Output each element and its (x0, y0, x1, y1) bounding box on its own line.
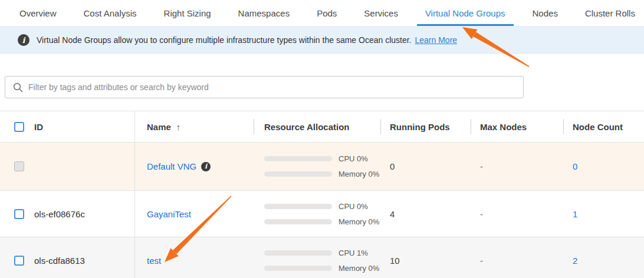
node-count-link[interactable]: 2 (573, 256, 577, 266)
col-header-resource-allocation[interactable]: Resource Allocation (254, 111, 380, 142)
cell-max-nodes: - (471, 237, 563, 278)
col-header-name[interactable]: Name ↑ (134, 111, 254, 142)
info-icon: i (18, 34, 29, 46)
vng-name-link[interactable]: Default VNG (147, 161, 196, 171)
table-row-test: ols-cdfa8613 test CPU 1% Memory 0% 10 - (0, 237, 644, 278)
learn-more-link[interactable]: Learn More (415, 35, 458, 45)
col-header-max-nodes[interactable]: Max Nodes (471, 111, 563, 142)
cluster-tab-bar: Overview Cost Analysis Right Sizing Name… (0, 0, 644, 26)
cpu-progress-bar (264, 156, 332, 161)
select-all-checkbox[interactable] (14, 122, 24, 132)
search-icon (13, 82, 23, 92)
tab-nodes[interactable]: Nodes (533, 0, 558, 26)
search-box[interactable] (5, 76, 524, 98)
memory-label: Memory 0% (339, 264, 379, 273)
info-banner: i Virtual Node Groups allow you to confi… (0, 26, 644, 54)
sort-ascending-icon[interactable]: ↑ (176, 122, 181, 132)
cpu-label: CPU 0% (339, 202, 368, 211)
memory-label: Memory 0% (339, 217, 379, 226)
cell-running-pods: 4 (380, 191, 471, 237)
filter-search-input[interactable] (28, 82, 523, 92)
cell-id: ols-cdfa8613 (34, 237, 134, 278)
vng-table: ID Name ↑ Resource Allocation Running Po… (0, 111, 644, 278)
cell-max-nodes: - (471, 191, 563, 237)
tab-virtual-node-groups[interactable]: Virtual Node Groups (425, 0, 505, 26)
col-header-name-label: Name (147, 122, 171, 132)
cpu-label: CPU 0% (339, 154, 368, 163)
banner-text: Virtual Node Groups allow you to configu… (37, 35, 412, 45)
cpu-progress-bar (264, 204, 332, 209)
row-checkbox-disabled (14, 161, 24, 171)
tab-overview[interactable]: Overview (19, 0, 57, 26)
tab-pods[interactable]: Pods (317, 0, 337, 26)
vng-name-link[interactable]: GayaniTest (147, 209, 191, 219)
tab-right-sizing[interactable]: Right Sizing (164, 0, 211, 26)
cpu-progress-bar (264, 250, 332, 256)
virtual-node-groups-page: Overview Cost Analysis Right Sizing Name… (0, 0, 644, 278)
tab-cost-analysis[interactable]: Cost Analysis (84, 0, 137, 26)
tab-cluster-rolls[interactable]: Cluster Rolls (585, 0, 635, 26)
cpu-label: CPU 1% (339, 249, 368, 257)
node-count-link[interactable]: 0 (573, 161, 577, 171)
memory-progress-bar (264, 171, 332, 177)
col-header-node-count[interactable]: Node Count (563, 111, 644, 142)
node-count-link[interactable]: 1 (573, 209, 577, 219)
cell-max-nodes: - (471, 143, 563, 190)
table-header-row: ID Name ↑ Resource Allocation Running Po… (0, 111, 644, 143)
vng-name-link[interactable]: test (147, 256, 161, 266)
col-header-id[interactable]: ID (34, 111, 134, 142)
table-row-default-vng: Default VNG i CPU 0% Memory 0% 0 - 0 (0, 143, 644, 191)
memory-progress-bar (264, 266, 332, 271)
cell-running-pods: 0 (380, 143, 471, 190)
table-row-gayanitest: ols-ef08676c GayaniTest CPU 0% Memory 0%… (0, 191, 644, 237)
cell-id (34, 143, 134, 190)
search-section (0, 54, 644, 98)
resource-allocation-cell: CPU 1% Memory 0% (264, 249, 380, 273)
tab-services[interactable]: Services (364, 0, 398, 26)
tab-namespaces[interactable]: Namespaces (238, 0, 290, 26)
cell-running-pods: 10 (380, 237, 471, 278)
memory-label: Memory 0% (339, 170, 379, 178)
row-checkbox[interactable] (14, 256, 24, 266)
cell-id: ols-ef08676c (34, 191, 134, 237)
row-checkbox[interactable] (14, 209, 24, 219)
resource-allocation-cell: CPU 0% Memory 0% (264, 154, 380, 178)
col-header-running-pods[interactable]: Running Pods (380, 111, 471, 142)
default-vng-info-icon[interactable]: i (201, 162, 211, 171)
resource-allocation-cell: CPU 0% Memory 0% (264, 202, 380, 226)
memory-progress-bar (264, 219, 332, 224)
